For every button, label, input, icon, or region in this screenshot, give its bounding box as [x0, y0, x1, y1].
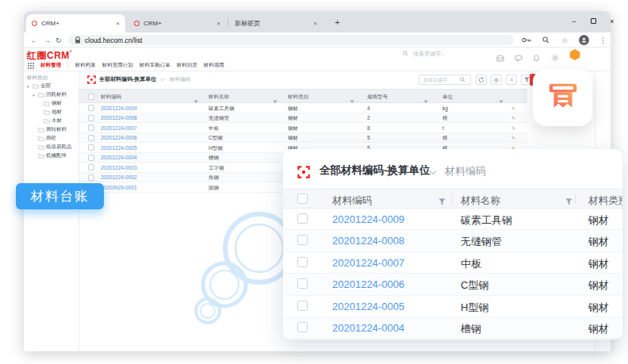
refresh-button[interactable]	[476, 75, 487, 85]
settings-button[interactable]	[491, 75, 502, 85]
close-tab-icon[interactable]: ×	[313, 20, 317, 27]
tree-item[interactable]: ▾消耗材料	[24, 90, 78, 99]
forward-icon[interactable]: →	[43, 33, 51, 48]
global-search-input[interactable]	[412, 50, 475, 57]
bookmark-star-icon[interactable]: ☆	[561, 33, 568, 48]
material-code-link[interactable]: 20201224-0007	[332, 257, 404, 269]
card-table-row[interactable]: 20201224-0007中板钢材	[283, 252, 622, 274]
chevron-down-icon[interactable]: ▾	[27, 84, 31, 89]
reload-icon[interactable]: ↻	[56, 33, 62, 48]
filter-funnel-icon[interactable]	[273, 94, 278, 100]
chevron-down-icon[interactable]	[160, 78, 165, 82]
row-checkbox[interactable]	[297, 235, 308, 245]
edit-pencil-icon[interactable]: ✎	[511, 105, 515, 111]
material-code-link[interactable]: 20201224-0003	[101, 165, 137, 171]
menu-item[interactable]: 材料到货	[177, 62, 197, 69]
close-window-button[interactable]: ×	[603, 11, 622, 31]
user-avatar-hexagon[interactable]	[569, 49, 580, 60]
table-row[interactable]: 20201224-0009碳素工具钢钢材4kg✎	[79, 103, 527, 113]
row-checkbox[interactable]	[88, 164, 94, 171]
tree-item[interactable]: ▾全部	[24, 82, 78, 90]
row-checkbox[interactable]	[88, 174, 94, 181]
table-row[interactable]: 20201224-0006C型钢钢材5根✎	[79, 133, 527, 144]
tree-item[interactable]: 低值易耗品	[24, 143, 78, 151]
browser-tab-1[interactable]: CRM+ ×	[26, 14, 125, 33]
column-header[interactable]: 材料编码	[332, 194, 372, 208]
filter-funnel-icon[interactable]	[423, 94, 428, 100]
close-tab-icon[interactable]: ×	[216, 20, 220, 27]
row-checkbox[interactable]	[297, 301, 308, 311]
row-checkbox[interactable]	[88, 105, 94, 111]
zoom-icon[interactable]	[542, 33, 550, 48]
global-search[interactable]	[403, 50, 475, 57]
column-header[interactable]: 材料类别	[288, 94, 308, 101]
table-row[interactable]: 20201224-0008无缝钢管钢材2根✎	[79, 113, 527, 124]
card-table-row[interactable]: 20201224-0008无缝钢管钢材	[283, 230, 622, 251]
column-header[interactable]: 材料名称	[461, 194, 500, 208]
column-header[interactable]: 材料名称	[209, 94, 229, 101]
card-table-row[interactable]: 20201224-0006C型钢钢材	[283, 274, 622, 295]
tree-item[interactable]: 钢材	[24, 99, 78, 108]
browser-tab-2[interactable]: CRM+ ×	[128, 14, 226, 33]
back-icon[interactable]: ←	[30, 33, 38, 48]
tree-item[interactable]: 商砼	[24, 134, 78, 143]
edit-pencil-icon[interactable]: ✎	[511, 115, 515, 121]
tree-item[interactable]: 木材	[24, 117, 78, 125]
filter-funnel-icon[interactable]	[499, 94, 504, 100]
filter-funnel-icon[interactable]	[350, 94, 354, 100]
row-checkbox[interactable]	[88, 125, 94, 131]
row-checkbox[interactable]	[297, 278, 308, 289]
profile-avatar[interactable]	[579, 35, 589, 45]
browser-menu-icon[interactable]: ⋮	[599, 33, 607, 48]
material-code-link[interactable]: 20201224-0008	[101, 115, 137, 121]
close-tab-icon[interactable]: ×	[116, 20, 120, 27]
collapse-corners-icon[interactable]	[87, 75, 96, 84]
tree-item[interactable]: 地材	[24, 108, 78, 117]
row-checkbox[interactable]	[88, 144, 94, 151]
chevron-down-icon[interactable]: ▾	[33, 93, 36, 98]
material-code-link[interactable]: 20201224-0009	[332, 213, 404, 225]
chevron-down-icon[interactable]	[429, 170, 437, 175]
chat-icon[interactable]	[515, 51, 523, 59]
collapse-corners-icon[interactable]	[297, 166, 310, 178]
minimize-button[interactable]: −	[565, 11, 584, 31]
apps-grid-icon[interactable]	[28, 63, 34, 69]
card-table-row[interactable]: 20201224-0004槽钢钢材	[283, 317, 622, 339]
list-search[interactable]	[419, 75, 471, 85]
filter-funnel-icon[interactable]	[193, 94, 198, 100]
material-code-link[interactable]: 20201224-0009	[101, 105, 137, 111]
material-code-link[interactable]: 20201224-0005	[101, 145, 137, 151]
new-tab-button[interactable]: +	[331, 16, 343, 28]
filter-funnel-icon[interactable]	[565, 195, 572, 203]
material-code-link[interactable]: 20201224-0008	[332, 235, 404, 247]
tree-item[interactable]: 周转材料	[24, 125, 78, 134]
row-checkbox[interactable]	[297, 213, 308, 224]
material-code-link[interactable]: 20201224-0006	[332, 278, 404, 290]
material-code-link[interactable]: 20201224-0006	[101, 135, 137, 140]
column-header[interactable]: 规格型号	[367, 94, 388, 101]
tree-item[interactable]: 机械配件	[24, 151, 78, 160]
material-code-link[interactable]: 20201224-0005	[332, 301, 404, 312]
edit-pencil-icon[interactable]: ✎	[511, 135, 515, 140]
column-header[interactable]: 单位	[442, 94, 453, 101]
card-table-row[interactable]: 20201224-0005H型钢钢材	[283, 296, 622, 317]
material-code-link[interactable]: 20201224-0004	[101, 155, 137, 160]
row-checkbox[interactable]	[88, 155, 94, 161]
maximize-button[interactable]	[584, 11, 603, 31]
menu-item[interactable]: 材料采购订单	[140, 62, 170, 69]
browser-tab-3[interactable]: 新标签页 ×	[229, 14, 323, 33]
menu-item-active[interactable]: 材料管理	[40, 62, 61, 69]
material-code-link[interactable]: 20200929-0001	[101, 185, 137, 190]
inbox-icon[interactable]	[496, 51, 504, 59]
view-title[interactable]: 全部材料编码-换算单位	[99, 75, 156, 83]
material-code-link[interactable]: 20201224-0002	[101, 174, 137, 180]
menu-item[interactable]: 材料档案	[75, 62, 96, 69]
key-icon[interactable]	[522, 33, 531, 48]
row-checkbox[interactable]	[88, 115, 94, 121]
row-checkbox[interactable]	[88, 135, 94, 141]
gear-icon[interactable]	[551, 51, 559, 59]
card-table-row[interactable]: 20201224-0009碳素工具钢钢材	[283, 209, 622, 230]
list-view-button[interactable]: ≡	[506, 75, 517, 85]
menu-item[interactable]: 材料需用计划	[102, 62, 133, 69]
table-row[interactable]: 20201224-0007中板钢材8t✎	[79, 123, 527, 133]
